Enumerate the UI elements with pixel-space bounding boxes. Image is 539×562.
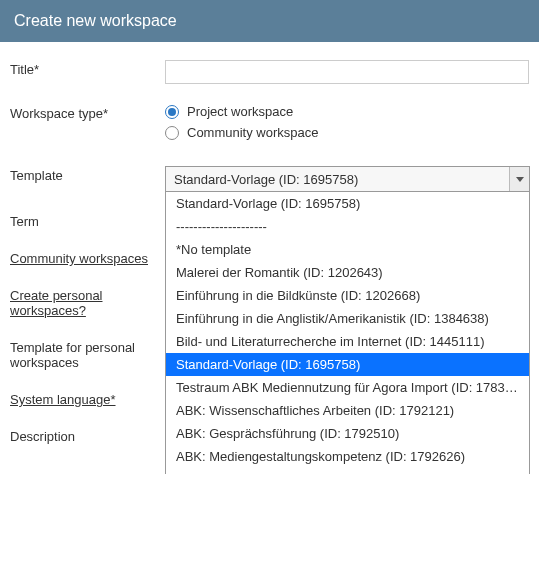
label-description: Description <box>10 427 165 444</box>
row-template: Template Standard-Vorlage (ID: 1695758) … <box>10 166 529 192</box>
label-community-workspaces[interactable]: Community workspaces <box>10 249 165 266</box>
template-select[interactable]: Standard-Vorlage (ID: 1695758) <box>165 166 530 192</box>
label-term: Term <box>10 212 165 229</box>
template-option[interactable]: Standard-Vorlage (ID: 1695758) <box>166 192 529 215</box>
template-option[interactable]: *No template <box>166 238 529 261</box>
radio-project[interactable] <box>165 105 179 119</box>
radio-project-row: Project workspace <box>165 104 529 119</box>
radio-project-label: Project workspace <box>187 104 293 119</box>
radio-community-row: Community workspace <box>165 125 529 140</box>
label-template-personal-l1: Template for personal <box>10 340 135 355</box>
label-create-personal[interactable]: Create personal workspaces? <box>10 286 165 318</box>
form: Title* Workspace type* Project workspace… <box>0 42 539 474</box>
row-workspace-type: Workspace type* Project workspace Commun… <box>10 104 529 146</box>
label-workspace-type: Workspace type* <box>10 104 165 121</box>
label-title: Title* <box>10 60 165 77</box>
template-option[interactable]: Einführung in die Bildkünste (ID: 120266… <box>166 284 529 307</box>
template-option[interactable]: Einführung in die Anglistik/Amerikanisti… <box>166 307 529 330</box>
label-template-personal-l2: workspaces <box>10 355 79 370</box>
dialog-title: Create new workspace <box>14 12 177 29</box>
label-template: Template <box>10 166 165 183</box>
radio-community[interactable] <box>165 126 179 140</box>
template-option[interactable]: ABK: Mediennutzungskompetenz (ID: 179282… <box>166 468 529 474</box>
row-title: Title* <box>10 60 529 84</box>
label-template-personal: Template for personal workspaces <box>10 338 165 370</box>
dialog-header: Create new workspace <box>0 0 539 42</box>
template-option[interactable]: ABK: Gesprächsführung (ID: 1792510) <box>166 422 529 445</box>
template-option[interactable]: Bild- und Literaturrecherche im Internet… <box>166 330 529 353</box>
template-option[interactable]: Malerei der Romantik (ID: 1202643) <box>166 261 529 284</box>
label-create-personal-l2: workspaces? <box>10 303 86 318</box>
radio-community-label: Community workspace <box>187 125 319 140</box>
template-option[interactable]: --------------------- <box>166 215 529 238</box>
template-option[interactable]: ABK: Wissenschaftliches Arbeiten (ID: 17… <box>166 399 529 422</box>
template-option[interactable]: Testraum ABK Mediennutzung für Agora Imp… <box>166 376 529 399</box>
template-select-value: Standard-Vorlage (ID: 1695758) <box>174 172 358 187</box>
template-option[interactable]: Standard-Vorlage (ID: 1695758) <box>166 353 529 376</box>
label-create-personal-l1: Create personal <box>10 288 103 303</box>
template-dropdown: Standard-Vorlage (ID: 1695758)----------… <box>165 192 530 474</box>
template-select-wrap: Standard-Vorlage (ID: 1695758) Standard-… <box>165 166 530 192</box>
chevron-down-icon <box>509 167 529 191</box>
title-input[interactable] <box>165 60 529 84</box>
template-option[interactable]: ABK: Mediengestaltungskompetenz (ID: 179… <box>166 445 529 468</box>
label-system-language[interactable]: System language* <box>10 390 165 407</box>
